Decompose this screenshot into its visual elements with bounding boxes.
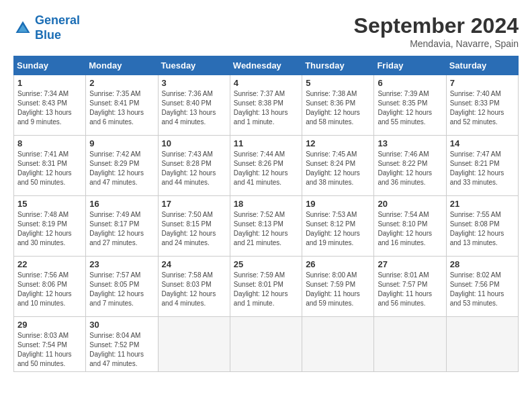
header-row: Sunday Monday Tuesday Wednesday Thursday… — [14, 56, 519, 75]
day-6: 6 Sunrise: 7:39 AMSunset: 8:35 PMDayligh… — [374, 75, 446, 136]
day-10: 10 Sunrise: 7:43 AMSunset: 8:28 PMDaylig… — [158, 136, 230, 196]
day-14: 14 Sunrise: 7:47 AMSunset: 8:21 PMDaylig… — [446, 136, 518, 196]
location: Mendavia, Navarre, Spain — [354, 38, 519, 49]
day-18: 18 Sunrise: 7:52 AMSunset: 8:13 PMDaylig… — [230, 196, 302, 257]
day-16: 16 Sunrise: 7:49 AMSunset: 8:17 PMDaylig… — [86, 196, 158, 257]
day-23: 23 Sunrise: 7:57 AMSunset: 8:05 PMDaylig… — [86, 257, 158, 317]
col-tuesday: Tuesday — [158, 56, 230, 75]
calendar-table: Sunday Monday Tuesday Wednesday Thursday… — [13, 56, 519, 372]
day-11: 11 Sunrise: 7:44 AMSunset: 8:26 PMDaylig… — [230, 136, 302, 196]
day-27: 27 Sunrise: 8:01 AMSunset: 7:57 PMDaylig… — [374, 257, 446, 317]
col-sunday: Sunday — [14, 56, 86, 75]
logo-line2: Blue — [35, 28, 61, 42]
empty-cell-2 — [230, 317, 302, 372]
day-5: 5 Sunrise: 7:38 AMSunset: 8:36 PMDayligh… — [302, 75, 374, 136]
day-15: 15 Sunrise: 7:48 AMSunset: 8:19 PMDaylig… — [14, 196, 86, 257]
day-24: 24 Sunrise: 7:58 AMSunset: 8:03 PMDaylig… — [158, 257, 230, 317]
col-monday: Monday — [86, 56, 158, 75]
empty-cell-3 — [302, 317, 374, 372]
calendar-body: 1 Sunrise: 7:34 AMSunset: 8:43 PMDayligh… — [14, 75, 519, 372]
empty-cell-5 — [446, 317, 518, 372]
day-28: 28 Sunrise: 8:02 AMSunset: 7:56 PMDaylig… — [446, 257, 518, 317]
day-25: 25 Sunrise: 7:59 AMSunset: 8:01 PMDaylig… — [230, 257, 302, 317]
logo: General Blue — [13, 13, 80, 42]
logo-line1: General — [35, 13, 80, 27]
month-title: September 2024 — [354, 13, 519, 38]
week-row-3: 15 Sunrise: 7:48 AMSunset: 8:19 PMDaylig… — [14, 196, 519, 257]
week-row-5: 29 Sunrise: 8:03 AMSunset: 7:54 PMDaylig… — [14, 317, 519, 372]
day-22: 22 Sunrise: 7:56 AMSunset: 8:06 PMDaylig… — [14, 257, 86, 317]
day-9: 9 Sunrise: 7:42 AMSunset: 8:29 PMDayligh… — [86, 136, 158, 196]
day-13: 13 Sunrise: 7:46 AMSunset: 8:22 PMDaylig… — [374, 136, 446, 196]
title-block: September 2024 Mendavia, Navarre, Spain — [354, 13, 519, 49]
col-thursday: Thursday — [302, 56, 374, 75]
day-21: 21 Sunrise: 7:55 AMSunset: 8:08 PMDaylig… — [446, 196, 518, 257]
empty-cell-1 — [158, 317, 230, 372]
day-17: 17 Sunrise: 7:50 AMSunset: 8:15 PMDaylig… — [158, 196, 230, 257]
day-29: 29 Sunrise: 8:03 AMSunset: 7:54 PMDaylig… — [14, 317, 86, 372]
day-8: 8 Sunrise: 7:41 AMSunset: 8:31 PMDayligh… — [14, 136, 86, 196]
day-26: 26 Sunrise: 8:00 AMSunset: 7:59 PMDaylig… — [302, 257, 374, 317]
empty-cell-4 — [374, 317, 446, 372]
week-row-1: 1 Sunrise: 7:34 AMSunset: 8:43 PMDayligh… — [14, 75, 519, 136]
day-4: 4 Sunrise: 7:37 AMSunset: 8:38 PMDayligh… — [230, 75, 302, 136]
day-7: 7 Sunrise: 7:40 AMSunset: 8:33 PMDayligh… — [446, 75, 518, 136]
page-header: General Blue September 2024 Mendavia, Na… — [13, 13, 519, 49]
col-wednesday: Wednesday — [230, 56, 302, 75]
day-12: 12 Sunrise: 7:45 AMSunset: 8:24 PMDaylig… — [302, 136, 374, 196]
week-row-2: 8 Sunrise: 7:41 AMSunset: 8:31 PMDayligh… — [14, 136, 519, 196]
day-30: 30 Sunrise: 8:04 AMSunset: 7:52 PMDaylig… — [86, 317, 158, 372]
day-20: 20 Sunrise: 7:54 AMSunset: 8:10 PMDaylig… — [374, 196, 446, 257]
day-1: 1 Sunrise: 7:34 AMSunset: 8:43 PMDayligh… — [14, 75, 86, 136]
day-19: 19 Sunrise: 7:53 AMSunset: 8:12 PMDaylig… — [302, 196, 374, 257]
logo-icon — [13, 19, 32, 38]
day-2: 2 Sunrise: 7:35 AMSunset: 8:41 PMDayligh… — [86, 75, 158, 136]
col-friday: Friday — [374, 56, 446, 75]
week-row-4: 22 Sunrise: 7:56 AMSunset: 8:06 PMDaylig… — [14, 257, 519, 317]
logo-text: General Blue — [35, 13, 80, 42]
day-3: 3 Sunrise: 7:36 AMSunset: 8:40 PMDayligh… — [158, 75, 230, 136]
col-saturday: Saturday — [446, 56, 518, 75]
